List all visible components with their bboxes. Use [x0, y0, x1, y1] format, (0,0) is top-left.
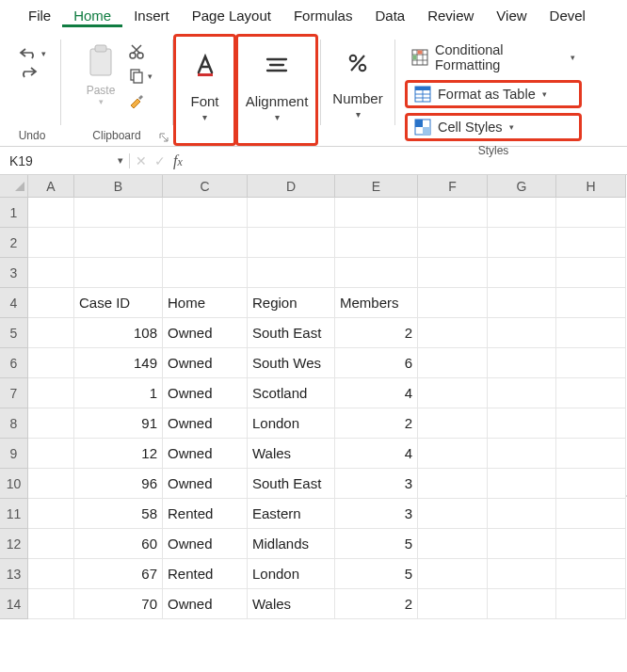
- cell[interactable]: [556, 499, 626, 529]
- cell[interactable]: 3: [335, 469, 418, 499]
- column-header[interactable]: G: [488, 175, 556, 198]
- cell[interactable]: Owned: [163, 469, 248, 499]
- cancel-formula-icon[interactable]: ✕: [136, 153, 147, 168]
- cell[interactable]: [488, 499, 556, 529]
- cell[interactable]: [28, 469, 74, 499]
- row-header[interactable]: 5: [0, 318, 28, 348]
- cell[interactable]: South Wes: [248, 348, 335, 378]
- cell[interactable]: [28, 348, 74, 378]
- cell[interactable]: [418, 408, 488, 439]
- cell[interactable]: Scotland: [248, 378, 335, 408]
- cell[interactable]: [163, 228, 248, 258]
- format-as-table-button[interactable]: Format as Table ▾: [405, 80, 582, 108]
- cell[interactable]: [28, 198, 74, 228]
- tab-view[interactable]: View: [485, 3, 538, 27]
- cell[interactable]: Owned: [163, 348, 248, 378]
- tab-data[interactable]: Data: [363, 3, 416, 27]
- row-header[interactable]: 7: [0, 378, 28, 408]
- cell[interactable]: 91: [74, 408, 163, 439]
- cell[interactable]: Rented: [163, 559, 248, 589]
- row-header[interactable]: 2: [0, 228, 28, 258]
- cell[interactable]: 6: [335, 348, 418, 378]
- cell[interactable]: Owned: [163, 318, 248, 348]
- cell[interactable]: [556, 408, 626, 439]
- cell[interactable]: [488, 348, 556, 378]
- cell[interactable]: Midlands: [248, 529, 335, 559]
- row-header[interactable]: 9: [0, 439, 28, 469]
- cell[interactable]: [418, 469, 488, 499]
- undo-button[interactable]: ▾: [19, 47, 46, 60]
- cell[interactable]: Owned: [163, 408, 248, 439]
- cell[interactable]: 2: [335, 408, 418, 439]
- cell[interactable]: [28, 589, 74, 619]
- cell[interactable]: 2: [335, 589, 418, 619]
- cell[interactable]: Wales: [248, 589, 335, 619]
- cell[interactable]: [488, 469, 556, 499]
- cell[interactable]: 1: [74, 378, 163, 408]
- tab-home[interactable]: Home: [62, 3, 122, 27]
- cell[interactable]: [556, 288, 626, 318]
- cell[interactable]: [488, 318, 556, 348]
- number-dropdown[interactable]: Number ▾: [321, 40, 394, 120]
- select-all-corner[interactable]: [0, 175, 28, 198]
- cell[interactable]: [335, 198, 418, 228]
- cell[interactable]: [28, 228, 74, 258]
- cell[interactable]: Owned: [163, 378, 248, 408]
- cell[interactable]: [418, 288, 488, 318]
- name-box[interactable]: K19 ▾: [0, 153, 130, 168]
- cell[interactable]: Wales: [248, 439, 335, 469]
- row-header[interactable]: 11: [0, 499, 28, 529]
- cell[interactable]: 70: [74, 589, 163, 619]
- column-header[interactable]: C: [163, 175, 248, 198]
- row-header[interactable]: 12: [0, 529, 28, 559]
- cell[interactable]: Owned: [163, 439, 248, 469]
- cell[interactable]: [556, 318, 626, 348]
- tab-insert[interactable]: Insert: [122, 3, 181, 27]
- cell[interactable]: [556, 439, 626, 469]
- cell[interactable]: 5: [335, 559, 418, 589]
- row-header[interactable]: 3: [0, 258, 28, 288]
- cell[interactable]: 5: [335, 529, 418, 559]
- cell[interactable]: [335, 258, 418, 288]
- cell[interactable]: [418, 439, 488, 469]
- row-header[interactable]: 14: [0, 589, 28, 619]
- column-header[interactable]: B: [74, 175, 163, 198]
- tab-file[interactable]: File: [17, 3, 62, 27]
- copy-button[interactable]: ▾: [126, 66, 154, 87]
- cell[interactable]: [556, 559, 626, 589]
- alignment-dropdown[interactable]: Alignment ▾: [234, 42, 320, 122]
- cell[interactable]: Owned: [163, 589, 248, 619]
- tab-review[interactable]: Review: [416, 3, 485, 27]
- cell[interactable]: [163, 258, 248, 288]
- cell[interactable]: [488, 198, 556, 228]
- cell[interactable]: 149: [74, 348, 163, 378]
- format-painter-button[interactable]: [126, 90, 154, 111]
- cell[interactable]: 3: [335, 499, 418, 529]
- cell[interactable]: Rented: [163, 499, 248, 529]
- cell[interactable]: Case ID: [74, 288, 163, 318]
- cell[interactable]: 12: [74, 439, 163, 469]
- row-header[interactable]: 6: [0, 348, 28, 378]
- cell[interactable]: 60: [74, 529, 163, 559]
- cell[interactable]: [488, 228, 556, 258]
- cell[interactable]: [163, 198, 248, 228]
- fx-icon[interactable]: fx: [173, 152, 183, 169]
- cell[interactable]: [556, 529, 626, 559]
- row-header[interactable]: 8: [0, 408, 28, 439]
- cell[interactable]: [488, 258, 556, 288]
- cell[interactable]: [488, 378, 556, 408]
- cell[interactable]: [28, 288, 74, 318]
- cell[interactable]: [74, 258, 163, 288]
- cell[interactable]: [418, 378, 488, 408]
- cell[interactable]: [556, 198, 626, 228]
- cell[interactable]: [418, 258, 488, 288]
- cell[interactable]: [418, 589, 488, 619]
- redo-button[interactable]: [19, 66, 46, 79]
- cell[interactable]: [28, 258, 74, 288]
- tab-formulas[interactable]: Formulas: [282, 3, 364, 27]
- cell[interactable]: [28, 439, 74, 469]
- cell[interactable]: [556, 228, 626, 258]
- cell[interactable]: [488, 439, 556, 469]
- cell[interactable]: [418, 499, 488, 529]
- cell[interactable]: [556, 258, 626, 288]
